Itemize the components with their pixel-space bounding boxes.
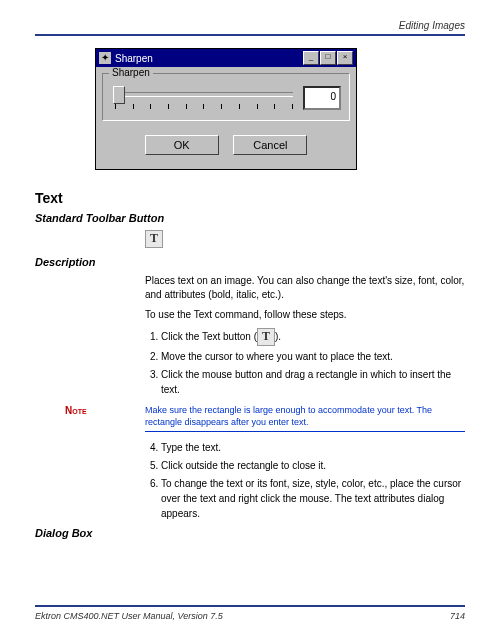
header-rule bbox=[35, 34, 465, 36]
slider-thumb-icon[interactable] bbox=[113, 86, 125, 104]
system-menu-icon[interactable]: ✦ bbox=[99, 52, 111, 64]
cancel-button[interactable]: Cancel bbox=[233, 135, 307, 155]
page-footer: Ektron CMS400.NET User Manual, Version 7… bbox=[35, 593, 465, 621]
note-label: Note bbox=[65, 405, 105, 416]
step-item: Click the mouse button and drag a rectan… bbox=[161, 367, 465, 397]
description-paragraph-1: Places text on an image. You can also ch… bbox=[145, 274, 465, 302]
step-item: Type the text. bbox=[161, 440, 465, 455]
step-item: Click outside the rectangle to close it. bbox=[161, 458, 465, 473]
subhead-toolbar: Standard Toolbar Button bbox=[35, 212, 465, 224]
steps-list-a: Click the Text button (T). Move the curs… bbox=[145, 328, 465, 397]
subhead-description: Description bbox=[35, 256, 465, 268]
section-title: Text bbox=[35, 190, 465, 206]
close-icon[interactable]: × bbox=[337, 51, 353, 65]
group-label: Sharpen bbox=[109, 67, 153, 78]
minimize-icon[interactable]: _ bbox=[303, 51, 319, 65]
text-tool-icon: T bbox=[257, 328, 275, 346]
footer-page-number: 714 bbox=[450, 611, 465, 621]
step-text-suffix: ). bbox=[275, 331, 281, 342]
sharpen-dialog: ✦ Sharpen _ □ × Sharpen bbox=[95, 48, 357, 170]
description-paragraph-2: To use the Text command, follow these st… bbox=[145, 308, 465, 322]
sharpen-group: Sharpen 0 bbox=[102, 73, 350, 121]
dialog-title: Sharpen bbox=[115, 53, 303, 64]
note-block: Note Make sure the rectangle is large en… bbox=[35, 405, 465, 432]
subhead-dialog-box: Dialog Box bbox=[35, 527, 465, 539]
steps-list-b: Type the text. Click outside the rectang… bbox=[145, 440, 465, 521]
text-tool-icon: T bbox=[145, 230, 163, 248]
sharpen-value-input[interactable]: 0 bbox=[303, 86, 341, 110]
ok-button[interactable]: OK bbox=[145, 135, 219, 155]
footer-rule bbox=[35, 605, 465, 607]
step-text: Click the Text button ( bbox=[161, 331, 257, 342]
page-header-section: Editing Images bbox=[35, 20, 465, 31]
step-item: Click the Text button (T). bbox=[161, 328, 465, 346]
maximize-icon[interactable]: □ bbox=[320, 51, 336, 65]
note-text: Make sure the rectangle is large enough … bbox=[145, 405, 465, 432]
step-item: To change the text or its font, size, st… bbox=[161, 476, 465, 521]
footer-product: Ektron CMS400.NET User Manual, Version 7… bbox=[35, 611, 223, 621]
dialog-titlebar: ✦ Sharpen _ □ × bbox=[96, 49, 356, 67]
sharpen-slider[interactable] bbox=[111, 86, 297, 110]
step-item: Move the cursor to where you want to pla… bbox=[161, 349, 465, 364]
